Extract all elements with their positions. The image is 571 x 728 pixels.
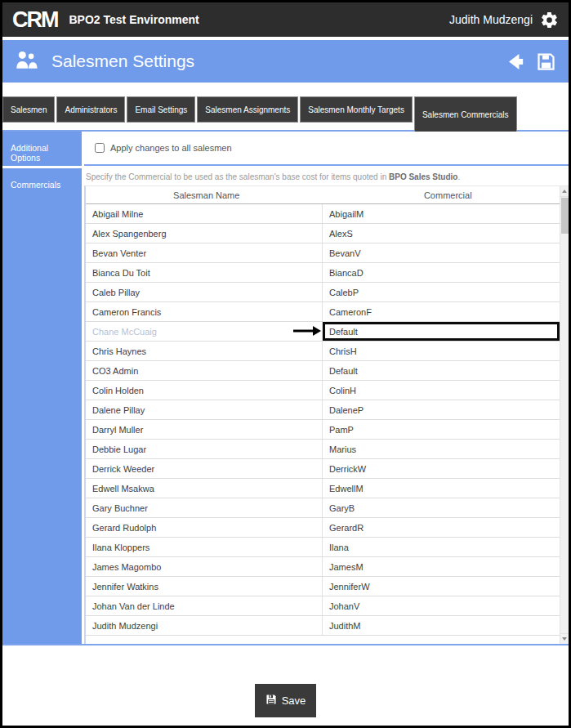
tab-salesmen-assignments[interactable]: Salesmen Assignments — [197, 96, 298, 123]
salesmen-people-icon — [14, 49, 38, 74]
commercial-cell[interactable]: DaleneP — [323, 400, 560, 419]
commercial-cell[interactable]: JudithM — [323, 616, 560, 635]
salesman-name-cell: Darryl Muller — [86, 420, 323, 439]
table-row: Debbie Lugar Marius — [86, 440, 560, 459]
table-row: Alex Spangenberg AlexS — [86, 224, 560, 243]
page-header: Salesmen Settings — [2, 40, 569, 83]
app-title: BPO2 Test Environment — [69, 13, 199, 26]
commercial-cell[interactable]: Default — [323, 361, 560, 380]
black-arrow-annotation — [293, 326, 321, 337]
top-bar: CRM BPO2 Test Environment Judith Mudzeng… — [2, 2, 569, 37]
commercial-cell[interactable]: EdwellM — [323, 479, 560, 498]
commercial-cell[interactable]: CameronF — [323, 302, 560, 321]
save-floppy-icon[interactable] — [535, 51, 557, 73]
sidebar-item-commercials[interactable]: Commercials — [2, 168, 82, 644]
commercial-cell[interactable]: PamP — [323, 420, 560, 439]
commercial-cell[interactable]: GaryB — [323, 498, 560, 517]
page: CRM BPO2 Test Environment Judith Mudzeng… — [0, 0, 571, 728]
table-row: Johan Van der Linde JohanV — [86, 596, 560, 616]
tab-administrators[interactable]: Administrators — [56, 96, 125, 123]
table-row: Darryl Muller PamP — [86, 420, 560, 440]
table-row: Chane McCuaig Default — [86, 322, 560, 342]
salesman-name-cell: Johan Van der Linde — [86, 596, 323, 615]
commercial-cell[interactable]: CalebP — [323, 283, 560, 301]
sidebar: Additional Options Commercials — [2, 132, 82, 644]
scrollbar-up-arrow-icon[interactable] — [560, 186, 569, 197]
salesman-name-cell: James Magombo — [86, 557, 323, 576]
content: Additional Options Commercials Apply cha… — [2, 132, 569, 645]
back-arrow-icon[interactable] — [505, 51, 527, 73]
salesman-name-cell: Dalene Pillay — [86, 400, 323, 419]
description-text: Specify the Commercial to be used as the… — [86, 172, 389, 181]
salesman-name-cell: Chris Haynes — [86, 342, 323, 360]
table-row: Abigail Milne AbigailM — [86, 204, 560, 224]
table-header: Salesman Name Commercial — [86, 186, 569, 204]
table-row: Gary Buchner GaryB — [86, 498, 560, 518]
tab-salesmen-monthly-targets[interactable]: Salesmen Monthly Targets — [300, 96, 413, 123]
apply-all-row: Apply changes to all salesmen — [84, 132, 569, 166]
scrollbar-down-arrow-icon[interactable] — [560, 633, 569, 644]
salesman-name-cell: Derrick Weeder — [86, 459, 323, 478]
page-title: Salesmen Settings — [51, 51, 194, 71]
salesman-name-cell: Gary Buchner — [86, 498, 323, 517]
commercial-cell[interactable]: Marius — [323, 440, 560, 458]
salesman-name-cell: Chane McCuaig — [86, 322, 323, 341]
sidebar-item-additional-options[interactable]: Additional Options — [2, 132, 82, 166]
commercial-description: Specify the Commercial to be used as the… — [84, 166, 569, 185]
commercial-cell[interactable]: AlexS — [323, 224, 560, 243]
table-row: Chris Haynes ChrisH — [86, 342, 560, 361]
gear-icon[interactable] — [540, 11, 559, 29]
tab-salesmen[interactable]: Salesmen — [2, 96, 55, 123]
table-row: Bianca Du Toit BiancaD — [86, 263, 560, 283]
tab-email-settings[interactable]: Email Settings — [127, 96, 195, 123]
tab-salesmen-commercials[interactable]: Salesmen Commercials — [414, 96, 517, 132]
column-header-commercial: Commercial — [328, 186, 569, 203]
commercial-cell[interactable]: BevanV — [323, 243, 560, 262]
scrollbar-thumb[interactable] — [561, 198, 569, 234]
commercial-cell[interactable]: GerardR — [323, 518, 560, 537]
commercial-cell[interactable]: JenniferW — [323, 577, 560, 596]
crm-logo: CRM — [12, 9, 58, 31]
user-name[interactable]: Judith Mudzengi — [449, 13, 533, 26]
commercial-cell[interactable]: AbigailM — [323, 204, 560, 223]
table-row: Bevan Venter BevanV — [86, 243, 560, 263]
commercial-cell[interactable]: DerrickW — [323, 459, 560, 478]
commercial-cell[interactable]: Ilana — [323, 538, 560, 556]
salesman-name-cell: Jennifer Watkins — [86, 577, 323, 596]
salesman-name-cell: CO3 Admin — [86, 361, 323, 380]
commercial-cell[interactable]: JamesM — [323, 557, 560, 576]
apply-all-label: Apply changes to all salesmen — [110, 143, 232, 153]
commercials-table: Salesman Name Commercial Abigail Milne A… — [84, 185, 569, 644]
salesman-name-cell: Bianca Du Toit — [86, 263, 323, 282]
table-row: Derrick Weeder DerrickW — [86, 459, 560, 479]
table-row: Cameron Francis CameronF — [86, 302, 560, 322]
tabs-bar: SalesmenAdministratorsEmail SettingsSale… — [2, 96, 569, 132]
description-period: . — [457, 172, 460, 181]
table-row: Jennifer Watkins JenniferW — [86, 577, 560, 596]
table-row: CO3 Admin Default — [86, 361, 560, 381]
table-scrollbar[interactable] — [560, 186, 569, 644]
save-button[interactable]: Save — [255, 684, 317, 717]
commercial-cell[interactable]: BiancaD — [323, 263, 560, 282]
table-body: Abigail Milne AbigailM Alex Spangenberg … — [86, 204, 569, 644]
commercial-cell[interactable]: Default — [323, 322, 560, 341]
save-button-label: Save — [282, 695, 306, 707]
apply-all-checkbox[interactable] — [95, 143, 105, 153]
salesman-name-cell: Caleb Pillay — [86, 283, 323, 301]
table-row: Judith Mudzengi JudithM — [86, 616, 560, 636]
salesman-name-cell: Edwell Msakwa — [86, 479, 323, 498]
table-row: Colin Holden ColinH — [86, 381, 560, 400]
commercial-cell[interactable]: JohanV — [323, 596, 560, 615]
salesman-name-cell: Cameron Francis — [86, 302, 323, 321]
commercial-cell[interactable]: ColinH — [323, 381, 560, 400]
description-bold: BPO Sales Studio — [389, 172, 457, 181]
column-header-salesman-name: Salesman Name — [86, 186, 328, 203]
salesman-name-cell: Judith Mudzengi — [86, 616, 323, 635]
table-row: James Magombo JamesM — [86, 557, 560, 577]
table-row: Gerard Rudolph GerardR — [86, 518, 560, 538]
salesman-name-cell: Ilana Kloppers — [86, 538, 323, 556]
main-panel: Apply changes to all salesmen Specify th… — [82, 132, 569, 644]
footer: Save — [2, 645, 569, 726]
table-row: Ilana Kloppers Ilana — [86, 538, 560, 557]
commercial-cell[interactable]: ChrisH — [323, 342, 560, 360]
